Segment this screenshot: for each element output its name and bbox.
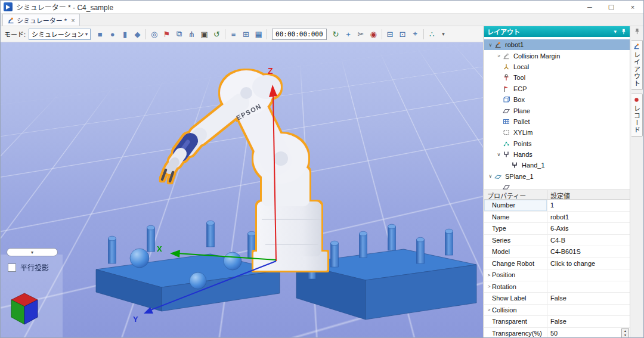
- align-bottom-icon[interactable]: ⊟: [384, 28, 397, 41]
- app-window: シミュレーター * - C4_sample ─ ▢ × シミュレーター * × …: [0, 0, 644, 338]
- cylinder-tool-icon[interactable]: ▮: [119, 28, 131, 41]
- peg: [417, 237, 425, 263]
- align-top-icon[interactable]: ⊡: [397, 28, 409, 41]
- duplicate-icon[interactable]: ⧉: [173, 28, 185, 41]
- pin-icon[interactable]: [634, 28, 640, 36]
- timeline-icon[interactable]: ▦: [252, 28, 265, 41]
- toolbar-overflow-icon[interactable]: ▾: [439, 31, 448, 37]
- list-view-icon[interactable]: ≡: [227, 28, 240, 41]
- undo-icon[interactable]: ↺: [210, 28, 223, 41]
- side-tab-レコード[interactable]: レコード: [631, 94, 643, 137]
- sphere-tool-icon[interactable]: ●: [106, 28, 119, 41]
- simulator-tab[interactable]: シミュレーター * ×: [2, 14, 80, 26]
- toolbar-separator: [423, 29, 424, 39]
- sphere[interactable]: [130, 249, 149, 268]
- tree-item-label: Hands: [513, 151, 532, 158]
- property-value[interactable]: [547, 269, 630, 281]
- mode-dropdown[interactable]: シミュレーション ▾: [29, 29, 91, 40]
- measure-icon[interactable]: ✂: [355, 28, 367, 41]
- spinner-up-icon[interactable]: ▲: [622, 329, 628, 333]
- property-name: Show Label: [484, 293, 547, 304]
- tree-item-clipped[interactable]: [484, 182, 630, 190]
- property-row-model[interactable]: ModelC4-B601S: [484, 246, 630, 258]
- chevron-collapsed-icon[interactable]: >: [486, 307, 492, 312]
- property-row-transparent[interactable]: TransparentFalse: [484, 316, 630, 328]
- minimize-button[interactable]: ─: [579, 1, 600, 13]
- property-value[interactable]: Click to change: [547, 258, 630, 269]
- property-row-type[interactable]: Type6-Axis: [484, 223, 630, 235]
- property-row-position[interactable]: >Position: [484, 269, 630, 281]
- pallet-left[interactable]: [96, 254, 280, 311]
- chevron-collapsed-icon[interactable]: >: [495, 53, 503, 58]
- scene-canvas[interactable]: EPSON Z X: [1, 42, 483, 337]
- chevron-down-icon[interactable]: ▾: [614, 29, 617, 35]
- tree-item-plane[interactable]: Plane: [484, 105, 630, 116]
- reset-time-icon[interactable]: ↻: [330, 28, 342, 41]
- tree-item-splane-1[interactable]: ∨SPlane_1: [484, 171, 630, 182]
- property-value[interactable]: C4-B: [547, 235, 630, 246]
- parallel-projection-checkbox[interactable]: [8, 263, 16, 272]
- property-value[interactable]: False: [547, 316, 630, 327]
- property-row-rotation[interactable]: >Rotation: [484, 281, 630, 293]
- property-value[interactable]: False: [547, 293, 630, 304]
- record-point-icon[interactable]: ◉: [367, 28, 380, 41]
- value-spinner[interactable]: ▲▼: [621, 328, 629, 338]
- property-row-transparency-[interactable]: Transparency(%)50▲▼: [484, 328, 630, 338]
- property-row-series[interactable]: SeriesC4-B: [484, 235, 630, 247]
- property-value[interactable]: C4-B601S: [547, 246, 630, 258]
- property-row-number[interactable]: Number1: [484, 200, 630, 212]
- scatter-points-icon[interactable]: ∴: [426, 28, 438, 41]
- tree-item-points[interactable]: Points: [484, 138, 630, 149]
- jog-icon[interactable]: +: [342, 28, 355, 41]
- view-options-pill[interactable]: ▼: [7, 248, 58, 256]
- tree-item-tool[interactable]: Tool: [484, 72, 630, 83]
- chevron-collapsed-icon[interactable]: >: [486, 272, 492, 278]
- visibility-icon[interactable]: ◎: [148, 28, 160, 41]
- tree-item-local[interactable]: Local: [484, 61, 630, 72]
- sphere[interactable]: [224, 252, 242, 270]
- solid-box-icon[interactable]: ■: [94, 28, 106, 41]
- center-view-icon[interactable]: ⌖: [409, 28, 422, 41]
- side-tab-レイアウト[interactable]: レイアウト: [631, 40, 643, 90]
- tree-item-collision-margin[interactable]: >Collision Margin: [484, 50, 630, 61]
- plane-tool-icon[interactable]: ◆: [131, 28, 144, 41]
- property-value[interactable]: 1: [547, 200, 630, 211]
- layout-panel-header[interactable]: レイアウト ▾: [484, 26, 630, 37]
- property-row-change-robot[interactable]: Change RobotClick to change: [484, 258, 630, 270]
- property-value[interactable]: 50▲▼: [547, 328, 630, 338]
- tree-item-hands[interactable]: ∨Hands: [484, 149, 630, 160]
- tree-item-robot1[interactable]: ∨robot1: [484, 39, 630, 50]
- property-row-show-label[interactable]: Show LabelFalse: [484, 293, 630, 305]
- tree-item-label: Box: [513, 96, 525, 103]
- maximize-button[interactable]: ▢: [600, 1, 622, 13]
- tree-item-box[interactable]: Box: [484, 94, 630, 105]
- chevron-expanded-icon[interactable]: ∨: [495, 152, 503, 157]
- tree-item-hand-1[interactable]: Hand_1: [484, 160, 630, 170]
- flag-icon[interactable]: ⚑: [160, 28, 173, 41]
- tree-item-xylim[interactable]: XYLim: [484, 127, 630, 138]
- property-row-collision[interactable]: >Collision: [484, 305, 630, 317]
- property-row-name[interactable]: Namerobot1: [484, 212, 630, 224]
- local-icon: [503, 63, 511, 70]
- chevron-collapsed-icon[interactable]: >: [486, 284, 492, 289]
- spinner-down-icon[interactable]: ▼: [622, 333, 628, 337]
- sphere[interactable]: [190, 272, 206, 289]
- grid-view-icon[interactable]: ⊞: [240, 28, 252, 41]
- property-name: Name: [484, 212, 547, 223]
- orientation-cube[interactable]: [11, 293, 38, 324]
- close-button[interactable]: ×: [622, 1, 643, 13]
- tree-item-pallet[interactable]: Pallet: [484, 116, 630, 127]
- property-value[interactable]: [547, 281, 630, 293]
- property-value[interactable]: robot1: [547, 212, 630, 223]
- chevron-expanded-icon[interactable]: ∨: [487, 173, 494, 179]
- pin-icon[interactable]: [621, 29, 627, 35]
- 3d-viewport[interactable]: EPSON Z X: [1, 42, 483, 337]
- tree-item-ecp[interactable]: ECP: [484, 83, 630, 94]
- tab-close-icon[interactable]: ×: [71, 17, 75, 24]
- camera-icon[interactable]: ▣: [198, 28, 210, 41]
- robot-model[interactable]: EPSON: [162, 70, 327, 271]
- property-value[interactable]: [547, 305, 630, 316]
- chevron-expanded-icon[interactable]: ∨: [487, 42, 494, 48]
- property-value[interactable]: 6-Axis: [547, 223, 630, 234]
- gripper-tool-icon[interactable]: ⋔: [185, 28, 198, 41]
